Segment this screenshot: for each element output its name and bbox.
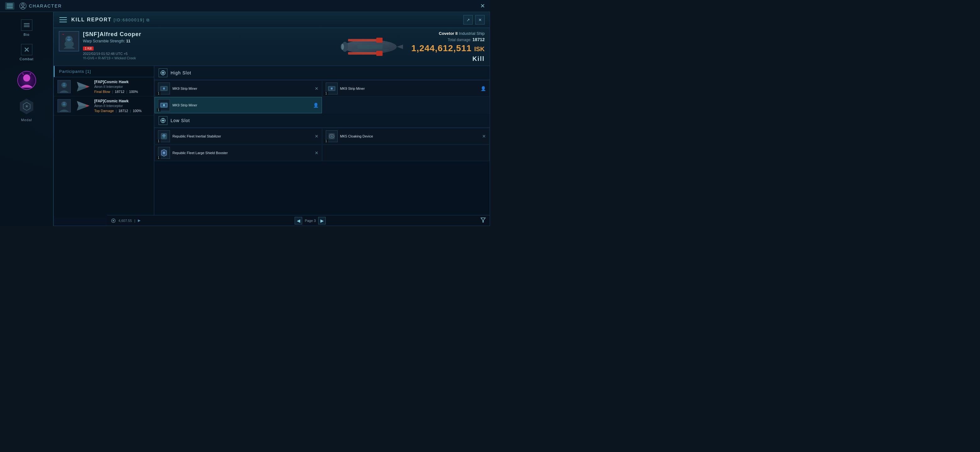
svg-point-61 — [162, 120, 164, 122]
hamburger-line-3 — [6, 8, 13, 8]
svg-point-43 — [162, 72, 164, 74]
kill-report-title: KILL REPORT [ID:6800019] ⧉ — [71, 17, 460, 22]
participant-1-ship — [74, 80, 91, 93]
stat-damage-2: 18712 — [118, 109, 128, 113]
module-close-1[interactable]: ✕ — [315, 86, 318, 91]
hamburger-line-2 — [6, 6, 13, 6]
svg-point-22 — [341, 44, 344, 50]
svg-point-6 — [24, 75, 30, 81]
modules-panel: High Slot 1 MK9 Strip Miner ✕ — [154, 66, 490, 217]
participant-2-info: [FAP]Cosmic Hawk Atron II Interceptor To… — [94, 99, 150, 113]
svg-point-33 — [86, 86, 89, 87]
close-window-button[interactable]: ✕ — [480, 3, 485, 10]
svg-text:★: ★ — [24, 103, 29, 109]
victim-location: YI-GV6 < R-M719 < Wicked Creek — [83, 56, 329, 60]
svg-point-37 — [65, 103, 66, 104]
ship-class: Covetor II Industrial Ship — [412, 31, 485, 36]
module-close-5[interactable]: ✕ — [482, 134, 486, 139]
isk-row: 1,244,612,511 ISK — [412, 43, 485, 53]
bottom-separator: | — [134, 219, 135, 222]
svg-rect-1 — [24, 23, 30, 24]
svg-point-28 — [63, 84, 64, 85]
kr-menu-button[interactable] — [59, 16, 68, 23]
module-item: 1 MK5 Cloaking Device ✕ — [322, 128, 490, 144]
participant-item: [FAP]Cosmic Hawk Atron II Interceptor Fi… — [54, 77, 154, 96]
svg-rect-18 — [348, 52, 379, 55]
participant-1-info: [FAP]Cosmic Hawk Atron II Interceptor Fi… — [94, 80, 150, 94]
victim-portrait — [59, 31, 79, 51]
avatar — [17, 71, 36, 90]
kr-id: [ID:6800019] ⧉ — [114, 17, 150, 22]
kr-close-button[interactable]: ✕ — [475, 15, 485, 24]
module-person-2: 👤 — [480, 86, 486, 91]
bottom-bar: 4,607.55 | ▶ ◀ Page 3 ▶ — [107, 215, 490, 226]
svg-point-11 — [67, 37, 68, 39]
svg-rect-13 — [64, 41, 73, 47]
svg-point-76 — [163, 152, 165, 154]
low-slot-title: Low Slot — [170, 118, 190, 123]
module-close-6[interactable]: ✕ — [315, 151, 318, 155]
participant-2-ship — [74, 100, 91, 112]
character-title: CHARACTER — [29, 3, 62, 8]
character-icon — [19, 3, 26, 10]
filter-button[interactable] — [480, 217, 486, 224]
main-menu-button[interactable] — [5, 2, 14, 10]
combat-label: Combat — [19, 57, 33, 61]
svg-marker-78 — [481, 218, 485, 222]
kr-menu-line-1 — [59, 17, 67, 18]
victim-info: [SNF]Alfred Cooper Warp Scramble Strengt… — [83, 31, 329, 60]
warp-value: 11 — [126, 39, 130, 43]
low-slot-modules: 1 Republic Fleet Inertial Stabilizer ✕ — [154, 128, 490, 161]
victim-time: 2022/02/19 01:52:48 UTC +5 — [83, 52, 329, 56]
high-slot-icon — [159, 68, 167, 77]
module-close-4[interactable]: ✕ — [315, 134, 318, 139]
module-item: 1 Republic Fleet Large Shield Booster ✕ — [154, 145, 322, 161]
kr-menu-line-3 — [59, 22, 67, 22]
stat-sep-2: | — [126, 90, 127, 94]
svg-rect-14 — [62, 34, 64, 35]
svg-rect-19 — [376, 38, 383, 43]
kr-id-text: [ID:6800019] — [114, 17, 145, 22]
victim-right-info: Covetor II Industrial Ship Total damage:… — [412, 31, 485, 62]
page-prev-button[interactable]: ◀ — [294, 217, 302, 224]
module-name-4: Republic Fleet Inertial Stabilizer — [172, 134, 312, 138]
high-slot-header: High Slot — [154, 66, 490, 80]
participant-1-portrait — [57, 80, 71, 93]
bottom-info: 4,607.55 | ▶ — [111, 218, 140, 223]
sidebar-item-combat[interactable]: Combat — [0, 41, 53, 63]
module-item: 1 MK9 Strip Miner ✕ — [154, 80, 322, 97]
svg-point-12 — [69, 37, 70, 39]
participant-1-ship-name: Atron II Interceptor — [94, 85, 150, 89]
stat-damage-1: 18712 — [115, 90, 125, 94]
export-button[interactable]: ↗ — [463, 15, 473, 24]
svg-marker-16 — [397, 44, 403, 49]
module-qty-2: 1 — [325, 92, 328, 95]
isk-label: ISK — [474, 46, 485, 53]
page-next-button[interactable]: ▶ — [318, 217, 326, 224]
module-name-1: MK9 Strip Miner — [172, 86, 312, 91]
svg-point-29 — [65, 84, 66, 85]
victim-warp-stat: Warp Scramble Strength: 11 — [83, 39, 329, 43]
module-qty-6: 1 — [157, 156, 161, 159]
stat-sep-4: | — [130, 109, 131, 113]
victim-section: [SNF]Alfred Cooper Warp Scramble Strengt… — [54, 28, 490, 66]
ship-type: Industrial Ship — [459, 31, 485, 36]
svg-point-36 — [63, 103, 64, 104]
bottom-icon — [111, 218, 116, 223]
total-damage-label: Total damage: 18712 — [412, 37, 485, 42]
bottom-flag: ▶ — [138, 219, 140, 222]
svg-rect-17 — [348, 39, 379, 41]
copy-icon[interactable]: ⧉ — [146, 17, 150, 22]
hamburger-line-1 — [6, 4, 13, 5]
pagination: ◀ Page 3 ▶ — [294, 217, 326, 224]
kill-report-header: KILL REPORT [ID:6800019] ⧉ ↗ ✕ — [54, 12, 490, 28]
left-sidebar: Bio Combat ★ Medal — [0, 12, 53, 226]
sidebar-item-bio[interactable]: Bio — [0, 17, 53, 39]
kill-badge: 1 Kill — [83, 46, 94, 51]
kr-header-actions: ↗ ✕ — [463, 15, 485, 24]
high-slot-modules: 1 MK9 Strip Miner ✕ 1 MK — [154, 80, 490, 114]
participant-1-name: [FAP]Cosmic Hawk — [94, 80, 150, 84]
participant-2-portrait — [57, 99, 71, 113]
participants-header: Participants [1] — [54, 66, 154, 77]
svg-rect-2 — [24, 25, 30, 25]
